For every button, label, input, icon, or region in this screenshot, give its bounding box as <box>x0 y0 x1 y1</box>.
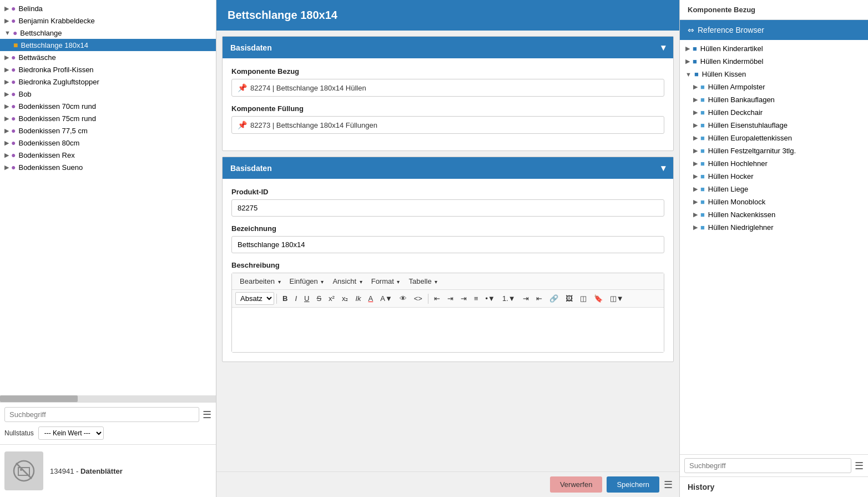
right-tree-item[interactable]: ▶■Hüllen Bankauflagen <box>680 93 868 106</box>
bold-button[interactable]: B <box>279 293 291 304</box>
right-tree-item[interactable]: ▶■Hüllen Hocker <box>680 170 868 183</box>
left-tree-item[interactable]: ▶●Bob <box>0 88 216 100</box>
preview-area: 134941 - Datenblätter <box>0 444 216 497</box>
table-button[interactable]: ◫ <box>577 293 590 304</box>
right-tree-item[interactable]: ▶■Hüllen Europalettenkissen <box>680 132 868 144</box>
strikethrough-button[interactable]: S <box>313 293 325 304</box>
subscript-button[interactable]: x₂ <box>339 293 352 304</box>
right-sidebar: Komponente Bezug ⇔ Reference Browser ▶■H… <box>679 0 868 497</box>
superscript-button[interactable]: x² <box>325 293 338 304</box>
tree-item-label: Bettwäsche <box>18 53 55 62</box>
left-tree-item[interactable]: ▶●Belinda <box>0 2 216 14</box>
komp-fuellung-field[interactable]: 📌 82273 | Bettschlange 180x14 Füllungen <box>231 116 664 134</box>
right-tree-item[interactable]: ▶■Hüllen Deckchair <box>680 106 868 119</box>
unordered-list-button[interactable]: •▼ <box>482 293 498 304</box>
right-folder-icon: ■ <box>700 147 705 155</box>
separator-1 <box>276 294 277 304</box>
history-label: History <box>680 476 868 497</box>
left-tree-item[interactable]: ■Bettschlange 180x14 <box>0 39 216 51</box>
link-button[interactable]: 🔗 <box>546 293 562 304</box>
more-button[interactable]: ◫▼ <box>607 293 627 304</box>
right-hamburger-button[interactable]: ☰ <box>855 460 864 472</box>
editor-body[interactable] <box>232 308 664 352</box>
left-tree-item[interactable]: ▶●Bodenkissen Sueno <box>0 161 216 173</box>
bg-color-button[interactable]: A▼ <box>377 293 396 304</box>
right-tree-arrow: ▶ <box>685 58 690 65</box>
ordered-list-button[interactable]: 1.▼ <box>499 293 519 304</box>
italic2-button[interactable]: Ik <box>352 293 364 304</box>
komp-bezug-field[interactable]: 📌 82274 | Bettschlange 180x14 Hüllen <box>231 79 664 97</box>
tree-arrow: ▶ <box>4 78 9 86</box>
right-tree-item[interactable]: ▶■Hüllen Kindermöbel <box>680 55 868 68</box>
left-tree-item[interactable]: ▶●Bodenkissen Rex <box>0 149 216 161</box>
product-icon: ● <box>11 65 16 74</box>
product-icon: ● <box>11 4 16 13</box>
indent-button[interactable]: ⇥ <box>519 293 532 304</box>
underline-button[interactable]: U <box>301 293 312 304</box>
tree-arrow: ▶ <box>4 139 9 147</box>
produkt-id-input[interactable] <box>231 199 664 217</box>
align-right-button[interactable]: ⇥ <box>457 293 470 304</box>
left-tree-item[interactable]: ▼●Bettschlange <box>0 27 216 39</box>
right-tree-item-label: Hüllen Deckchair <box>708 108 763 117</box>
right-tree-item[interactable]: ▶■Hüllen Kinderartikel <box>680 42 868 55</box>
menu-format[interactable]: Format ▾ <box>367 275 405 287</box>
section-header-2[interactable]: Basisdaten ▾ <box>223 157 673 179</box>
komp-fuellung-value: 82273 | Bettschlange 180x14 Füllungen <box>250 121 377 129</box>
right-search-input[interactable] <box>684 458 851 473</box>
preview-button[interactable]: 👁 <box>396 293 410 304</box>
paragraph-select[interactable]: Absatz <box>235 292 274 305</box>
speichern-button[interactable]: Speichern <box>607 476 659 493</box>
source-button[interactable]: <> <box>411 293 426 304</box>
outdent-button[interactable]: ⇤ <box>533 293 546 304</box>
left-tree-item[interactable]: ▶●Biedronka Zugluftstopper <box>0 76 216 88</box>
menu-bearbeiten[interactable]: Bearbeiten ▾ <box>235 275 285 287</box>
folder-icon: ■ <box>13 41 18 49</box>
left-tree-item[interactable]: ▶●Bodenkissen 70cm rund <box>0 100 216 112</box>
left-tree-item[interactable]: ▶●Bodenkissen 80cm <box>0 137 216 149</box>
left-tree-item[interactable]: ▶●Biedronka Profil-Kissen <box>0 63 216 76</box>
menu-tabelle[interactable]: Tabelle ▾ <box>404 275 442 287</box>
left-tree-item[interactable]: ▶●Bettwäsche <box>0 51 216 63</box>
align-justify-button[interactable]: ≡ <box>471 293 482 304</box>
menu-ansicht[interactable]: Ansicht ▾ <box>328 275 366 287</box>
right-tree-item[interactable]: ▶■Hüllen Hochlehner <box>680 157 868 170</box>
right-tree-item-label: Hüllen Liege <box>708 185 748 193</box>
right-tree-item[interactable]: ▶■Hüllen Eisenstuhlauflage <box>680 119 868 132</box>
right-tree-item[interactable]: ▶■Hüllen Niedriglehner <box>680 221 868 234</box>
right-tree-item[interactable]: ▼■Hüllen Kissen <box>680 68 868 81</box>
bezeichnung-label: Bezeichnung <box>231 224 664 233</box>
right-search-area: ☰ <box>680 454 868 476</box>
right-tree-item[interactable]: ▶■Hüllen Armpolster <box>680 81 868 93</box>
preview-image <box>4 451 43 490</box>
nullstatus-select[interactable]: --- Kein Wert --- <box>38 426 104 440</box>
left-tree-item[interactable]: ▶●Bodenkissen 77,5 cm <box>0 124 216 137</box>
right-tree-item[interactable]: ▶■Hüllen Monoblock <box>680 195 868 208</box>
align-left-button[interactable]: ⇤ <box>431 293 443 304</box>
verwerfen-button[interactable]: Verwerfen <box>550 476 603 493</box>
editor-menubar: Bearbeiten ▾ Einfügen ▾ Ansicht ▾ Format… <box>232 273 664 290</box>
right-tree-item[interactable]: ▶■Hüllen Nackenkissen <box>680 208 868 221</box>
left-tree-item[interactable]: ▶●Benjamin Krabbeldecke <box>0 14 216 27</box>
image-button[interactable]: 🖼 <box>562 293 576 304</box>
tree-item-label: Bodenkissen Sueno <box>18 163 83 172</box>
left-hamburger-button[interactable]: ☰ <box>203 409 211 421</box>
text-color-button[interactable]: A <box>365 293 377 304</box>
right-tree-item-label: Hüllen Europalettenkissen <box>708 134 792 142</box>
align-center-button[interactable]: ⇥ <box>444 293 457 304</box>
section-header-1[interactable]: Basisdaten ▾ <box>223 37 673 58</box>
left-tree-item[interactable]: ▶●Bodenkissen 75cm rund <box>0 112 216 124</box>
bezeichnung-input[interactable] <box>231 236 664 253</box>
horizontal-scrollbar[interactable] <box>0 395 216 402</box>
left-search-input[interactable] <box>4 407 199 422</box>
bottom-hamburger-button[interactable]: ☰ <box>664 479 673 491</box>
editor-toolbar: Absatz B I U S x² x₂ Ik A A▼ 👁 <> <box>232 290 664 308</box>
tree-arrow: ▶ <box>4 66 9 73</box>
italic-button[interactable]: I <box>291 293 300 304</box>
right-tree-item[interactable]: ▶■Hüllen Festzeltgarnitur 3tlg. <box>680 144 868 157</box>
anchor-button[interactable]: 🔖 <box>591 293 606 304</box>
menu-einfuegen[interactable]: Einfügen ▾ <box>285 275 329 287</box>
tree-item-label: Bettschlange <box>20 29 62 37</box>
right-tree-arrow: ▶ <box>685 45 690 52</box>
right-tree-item[interactable]: ▶■Hüllen Liege <box>680 183 868 195</box>
